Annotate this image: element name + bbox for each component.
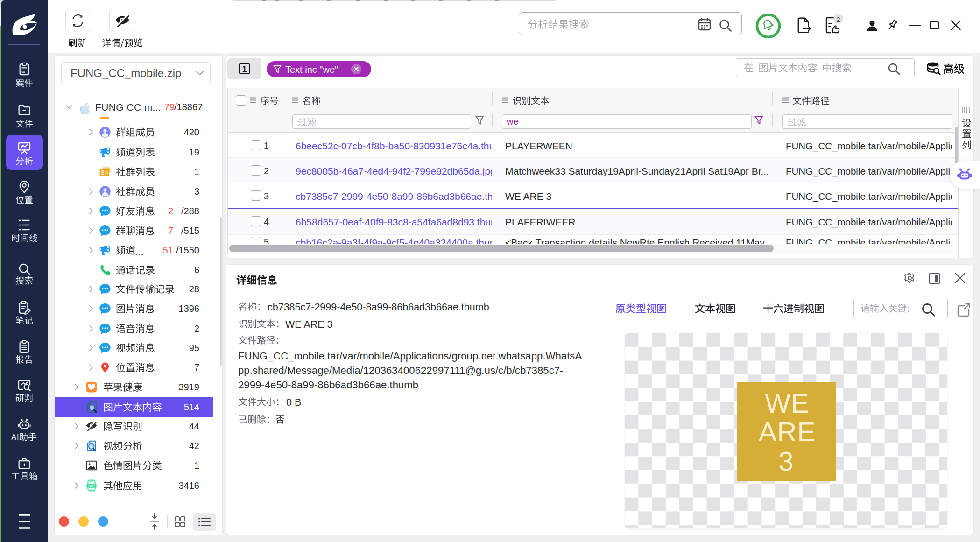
svg-text:APP: APP <box>88 484 95 487</box>
